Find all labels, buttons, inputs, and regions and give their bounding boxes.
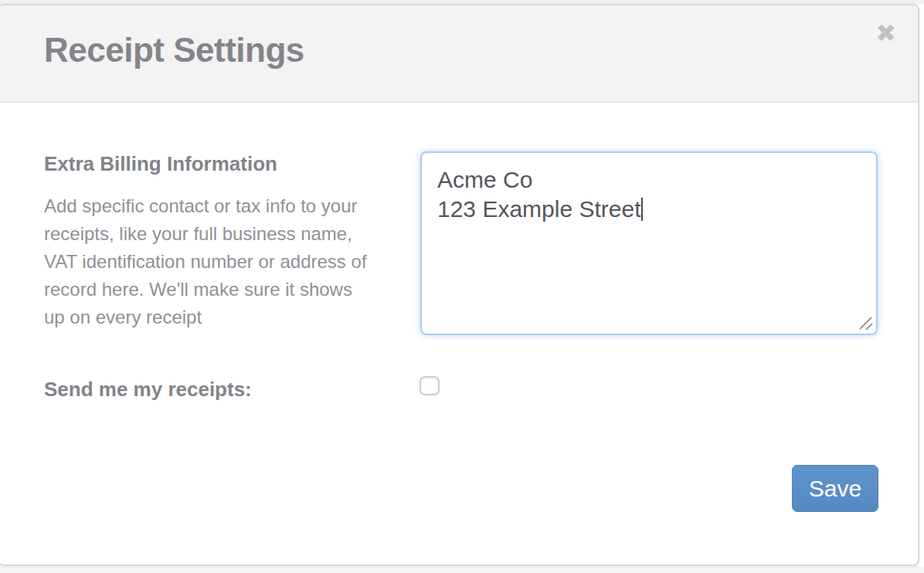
modal-title: Receipt Settings [44, 31, 304, 70]
extra-billing-textarea[interactable]: Acme Co 123 Example Street [420, 151, 878, 335]
send-receipts-label: Send me my receipts: [44, 378, 252, 402]
extra-billing-description: Add specific contact or tax info to your… [44, 192, 378, 331]
send-receipts-checkbox[interactable] [420, 376, 440, 395]
resize-handle-icon[interactable] [857, 314, 874, 331]
text-cursor [641, 198, 643, 221]
extra-billing-heading: Extra Billing Information [44, 152, 277, 176]
modal-header: Receipt Settings ✖ [0, 5, 918, 103]
save-button[interactable]: Save [792, 465, 878, 512]
page-background: Receipt Settings ✖ Extra Billing Informa… [0, 0, 924, 573]
close-icon[interactable]: ✖ [875, 21, 896, 46]
receipt-settings-modal: Receipt Settings ✖ Extra Billing Informa… [0, 4, 919, 566]
modal-body: Extra Billing Information Add specific c… [0, 103, 918, 565]
page-bottom-strip [0, 566, 924, 573]
textarea-line-2: 123 Example Street [437, 196, 640, 222]
textarea-line-1: Acme Co [437, 167, 532, 192]
